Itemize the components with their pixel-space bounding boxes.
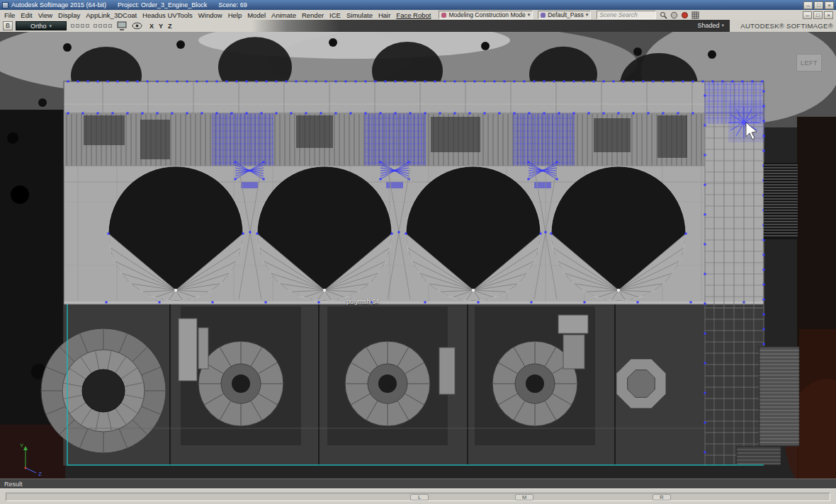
viewport-header: B Ortho ▾ X Y Z Shaded xyxy=(0,20,836,32)
shading-mode-label: Shaded xyxy=(697,22,719,29)
memo-cam-group xyxy=(94,24,112,28)
title-bar: Autodesk Softimage 2015 (64-bit) Project… xyxy=(0,0,836,10)
axis-lock-group: X Y Z xyxy=(149,23,172,30)
window-title: Autodesk Softimage 2015 (64-bit) xyxy=(11,1,106,8)
b-viewport-button[interactable]: B xyxy=(3,21,13,30)
monitor-icon[interactable] xyxy=(117,21,127,30)
memo-cam-group xyxy=(71,24,89,28)
axis-z-label: Z xyxy=(38,471,42,476)
close-icon[interactable]: × xyxy=(825,1,834,9)
axis-y-label: Y xyxy=(20,442,24,449)
axis-indicator: Y Z xyxy=(17,440,50,476)
memo-cam-slot[interactable] xyxy=(76,24,79,28)
viewport-canvas[interactable] xyxy=(0,32,836,479)
record-icon[interactable] xyxy=(680,11,689,20)
mouse-right-button[interactable]: R xyxy=(653,494,671,500)
sphere-icon[interactable] xyxy=(670,11,679,20)
menu-help[interactable]: Help xyxy=(225,11,245,19)
menu-window[interactable]: Window xyxy=(196,11,225,19)
menu-face-robot[interactable]: Face Robot xyxy=(393,11,434,19)
grid-icon[interactable] xyxy=(691,11,700,20)
window-controls: – □ × xyxy=(803,1,834,9)
layout-minimize-icon[interactable]: – xyxy=(803,11,812,19)
brand-logo: AUTODESK® SOFTIMAGE® xyxy=(730,20,836,32)
scene-label: Scene: 69 xyxy=(218,1,247,8)
menu-file[interactable]: File xyxy=(1,11,18,19)
layout-restore-icon[interactable]: □ xyxy=(813,11,823,19)
memo-cam-slot[interactable] xyxy=(81,24,84,28)
menu-render[interactable]: Render xyxy=(299,11,327,19)
menu-animate[interactable]: Animate xyxy=(269,11,299,19)
status-message: Result xyxy=(4,481,23,488)
mesh-name-label: polymsh 64 xyxy=(346,298,379,305)
menu-hair[interactable]: Hair xyxy=(375,11,393,19)
axis-x-button[interactable]: X xyxy=(149,23,154,30)
pass-icon xyxy=(541,13,546,18)
view-orientation-badge: LEFT xyxy=(796,54,822,71)
menu-model[interactable]: Model xyxy=(244,11,269,19)
magnifier-icon[interactable] xyxy=(659,11,668,20)
chevron-down-icon: ▾ xyxy=(50,23,52,29)
memo-cam-slot[interactable] xyxy=(86,24,89,28)
memo-cam-slot[interactable] xyxy=(103,24,107,28)
shading-mode-select[interactable]: Shaded ▾ xyxy=(697,22,724,29)
scene-search xyxy=(597,11,668,20)
construction-mode-select[interactable]: Modeling Construction Mode ▾ xyxy=(439,11,533,19)
eye-icon[interactable] xyxy=(132,22,142,30)
bottom-bar: L M R xyxy=(0,488,836,504)
axis-y-button[interactable]: Y xyxy=(159,23,163,30)
menu-bar: File Edit View Display AppLink_3DCoat He… xyxy=(0,10,836,20)
mouse-hint-track[interactable]: L M R xyxy=(6,493,830,501)
menu-headus-uvtools[interactable]: Headus UVTools xyxy=(140,11,196,19)
status-bar: Result xyxy=(0,479,836,488)
view-type-select[interactable]: Ortho ▾ xyxy=(16,21,67,30)
menu-display[interactable]: Display xyxy=(55,11,83,19)
chevron-down-icon: ▾ xyxy=(586,12,589,18)
softimage-window: Autodesk Softimage 2015 (64-bit) Project… xyxy=(0,0,836,504)
menu-view[interactable]: View xyxy=(35,11,55,19)
menu-applink-3dcoat[interactable]: AppLink_3DCoat xyxy=(83,11,140,19)
memo-cam-slot[interactable] xyxy=(94,24,97,28)
viewport: LEFT polymsh 64 Y Z xyxy=(0,32,836,479)
layout-close-icon[interactable]: × xyxy=(824,11,833,19)
minimize-icon[interactable]: – xyxy=(803,1,813,9)
search-input[interactable] xyxy=(597,11,656,19)
mouse-middle-button[interactable]: M xyxy=(515,494,533,500)
axis-z-button[interactable]: Z xyxy=(168,23,172,30)
view-type-label: Ortho xyxy=(30,23,47,30)
menu-simulate[interactable]: Simulate xyxy=(344,11,375,19)
pass-select[interactable]: Default_Pass ▾ xyxy=(538,11,591,19)
maximize-icon[interactable]: □ xyxy=(814,1,823,9)
construction-mode-icon xyxy=(441,13,446,18)
app-icon xyxy=(2,2,9,8)
mouse-left-button[interactable]: L xyxy=(410,494,429,500)
chevron-down-icon: ▾ xyxy=(528,12,531,18)
menu-edit[interactable]: Edit xyxy=(18,11,35,19)
project-label: Project: Order_3_Engine_Block xyxy=(118,1,207,8)
chevron-down-icon: ▾ xyxy=(721,23,724,28)
pass-label: Default_Pass xyxy=(548,11,584,18)
menu-ice[interactable]: ICE xyxy=(327,11,344,19)
memo-cam-slot[interactable] xyxy=(98,24,102,28)
memo-cam-slot[interactable] xyxy=(108,24,112,28)
memo-cam-slot[interactable] xyxy=(71,24,74,28)
construction-mode-label: Modeling Construction Mode xyxy=(448,11,525,18)
layout-window-controls: – □ × xyxy=(803,11,835,19)
